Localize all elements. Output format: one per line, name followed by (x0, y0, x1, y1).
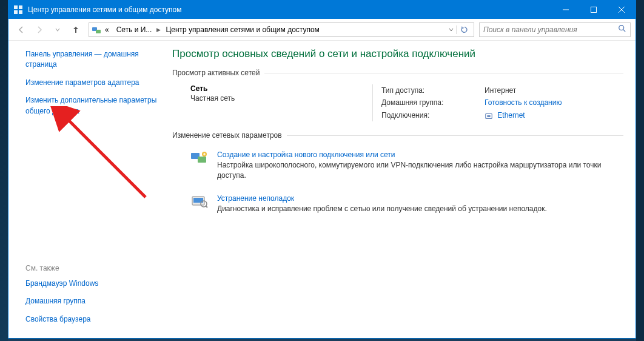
desktop-edge-left (0, 0, 8, 341)
active-networks-label: Просмотр активных сетей (172, 69, 264, 77)
network-row: Сеть Частная сеть Тип доступа: Интернет … (172, 84, 623, 131)
network-sharing-icon (92, 25, 101, 35)
connections-label: Подключения: (381, 109, 485, 121)
breadcrumb-seg-2[interactable]: Центр управления сетями и общим доступом (162, 25, 323, 34)
homegroup-label: Домашняя группа: (381, 96, 485, 109)
connection-link[interactable]: Ethernet (497, 111, 525, 120)
app-icon (13, 5, 23, 15)
minimize-button[interactable] (552, 1, 580, 19)
window-controls (552, 1, 636, 19)
search-icon (618, 24, 626, 35)
chevron-right-icon: ▶ (155, 27, 162, 33)
troubleshoot-icon (190, 194, 209, 209)
svg-rect-0 (14, 5, 18, 9)
search-input[interactable] (483, 25, 615, 34)
forward-button[interactable] (32, 22, 47, 38)
svg-rect-2 (14, 10, 18, 14)
breadcrumb-seg-1[interactable]: Сеть и И... (113, 25, 156, 34)
section-change-settings: Изменение сетевых параметров (172, 131, 623, 140)
recent-dropdown[interactable] (50, 22, 65, 38)
sidebar-link-firewall[interactable]: Брандмауэр Windows (25, 279, 160, 289)
homegroup-link[interactable]: Готовность к созданию (485, 96, 562, 109)
svg-rect-5 (591, 7, 597, 13)
access-type-value: Интернет (485, 84, 516, 96)
sidebar-link-homegroup[interactable]: Домашняя группа (25, 296, 160, 306)
change-settings-label: Изменение сетевых параметров (172, 131, 287, 140)
svg-rect-13 (487, 115, 490, 117)
navbar: « Сеть и И... ▶ Центр управления сетями … (8, 19, 636, 41)
svg-line-20 (206, 206, 207, 208)
back-button[interactable] (13, 22, 29, 38)
see-also-label: См. также (25, 264, 160, 272)
network-type: Частная сеть (190, 94, 372, 103)
desktop-edge-right (636, 0, 644, 341)
network-name: Сеть (190, 84, 372, 93)
window-title: Центр управления сетями и общим доступом (28, 5, 552, 14)
svg-rect-3 (19, 10, 22, 14)
action-new-connection: Создание и настройка нового подключения … (172, 147, 623, 191)
breadcrumb-dropdown[interactable] (449, 27, 456, 32)
access-type-label: Тип доступа: (381, 84, 485, 96)
new-connection-icon (190, 150, 209, 165)
svg-rect-15 (198, 157, 206, 163)
svg-point-10 (619, 25, 624, 30)
breadcrumb[interactable]: « Сеть и И... ▶ Центр управления сетями … (89, 22, 474, 37)
action-new-connection-desc: Настройка широкополосного, коммутируемог… (217, 160, 611, 181)
sidebar-link-sharing[interactable]: Изменить дополнительные параметры общего… (25, 95, 160, 116)
page-title: Просмотр основных сведений о сети и наст… (172, 48, 623, 60)
close-button[interactable] (608, 1, 636, 19)
breadcrumb-refresh[interactable] (456, 25, 471, 34)
action-new-connection-link[interactable]: Создание и настройка нового подключения … (217, 150, 611, 159)
titlebar: Центр управления сетями и общим доступом (8, 1, 636, 19)
section-active-networks: Просмотр активных сетей (172, 69, 623, 77)
sidebar-link-adapter[interactable]: Изменение параметров адаптера (25, 78, 160, 88)
action-troubleshoot-desc: Диагностика и исправление проблем с сеть… (217, 204, 611, 214)
breadcrumb-overflow[interactable]: « (101, 25, 113, 34)
action-troubleshoot: Устранение неполадок Диагностика и испра… (172, 191, 623, 224)
sidebar-link-internet-options[interactable]: Свойства браузера (25, 314, 160, 325)
svg-line-11 (623, 30, 626, 32)
sidebar: Панель управления — домашняя страница Из… (8, 41, 166, 338)
main-panel: Просмотр основных сведений о сети и наст… (166, 41, 636, 338)
search-box[interactable] (479, 22, 631, 37)
svg-rect-1 (19, 5, 22, 9)
action-troubleshoot-link[interactable]: Устранение неполадок (217, 194, 611, 203)
ethernet-icon (485, 112, 493, 120)
window: Центр управления сетями и общим доступом (8, 0, 636, 339)
content: Панель управления — домашняя страница Из… (8, 41, 636, 338)
up-button[interactable] (68, 22, 84, 38)
maximize-button[interactable] (580, 1, 608, 19)
svg-rect-9 (96, 30, 101, 33)
sidebar-link-home[interactable]: Панель управления — домашняя страница (25, 49, 160, 70)
